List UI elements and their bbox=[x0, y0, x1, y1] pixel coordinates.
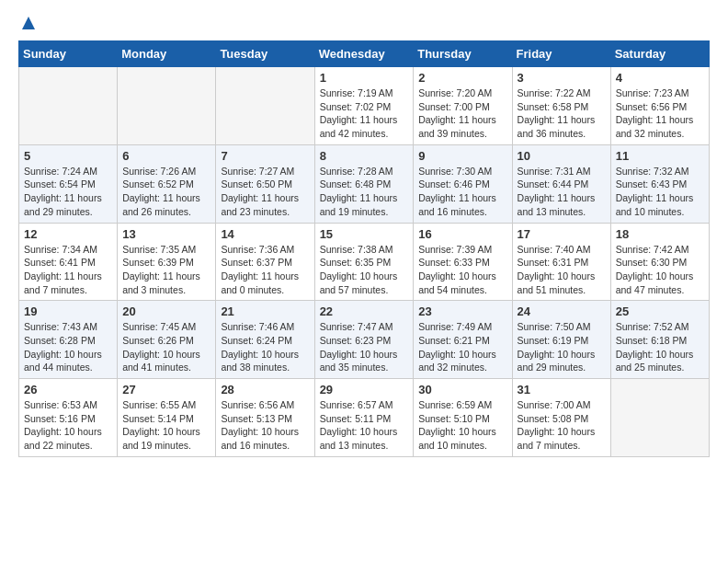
calendar-cell: 17Sunrise: 7:40 AMSunset: 6:31 PMDayligh… bbox=[512, 223, 610, 301]
day-info: Sunrise: 7:00 AMSunset: 5:08 PMDaylight:… bbox=[518, 398, 606, 453]
day-info: Sunrise: 7:50 AMSunset: 6:19 PMDaylight:… bbox=[518, 320, 606, 374]
day-number: 15 bbox=[320, 227, 409, 241]
day-info: Sunrise: 7:40 AMSunset: 6:31 PMDaylight:… bbox=[518, 243, 606, 297]
calendar-cell: 8Sunrise: 7:28 AMSunset: 6:48 PMDaylight… bbox=[314, 144, 414, 223]
day-info: Sunrise: 7:36 AMSunset: 6:37 PMDaylight:… bbox=[221, 243, 309, 297]
day-info: Sunrise: 7:24 AMSunset: 6:54 PMDaylight:… bbox=[24, 165, 112, 219]
day-number: 30 bbox=[418, 383, 506, 396]
day-number: 6 bbox=[122, 149, 210, 163]
day-info: Sunrise: 7:45 AMSunset: 6:26 PMDaylight:… bbox=[122, 320, 210, 374]
calendar-cell: 28Sunrise: 6:56 AMSunset: 5:13 PMDayligh… bbox=[216, 379, 314, 457]
logo-triangle-icon bbox=[20, 15, 37, 31]
calendar-header-row: SundayMondayTuesdayWednesdayThursdayFrid… bbox=[19, 41, 710, 67]
calendar-cell: 27Sunrise: 6:55 AMSunset: 5:14 PMDayligh… bbox=[118, 379, 216, 457]
day-info: Sunrise: 6:57 AMSunset: 5:11 PMDaylight:… bbox=[320, 398, 409, 453]
day-info: Sunrise: 7:35 AMSunset: 6:39 PMDaylight:… bbox=[122, 243, 210, 297]
weekday-header-saturday: Saturday bbox=[610, 41, 709, 67]
day-number: 19 bbox=[24, 304, 112, 318]
calendar-cell: 6Sunrise: 7:26 AMSunset: 6:52 PMDaylight… bbox=[118, 144, 216, 223]
day-info: Sunrise: 6:55 AMSunset: 5:14 PMDaylight:… bbox=[122, 398, 210, 453]
weekday-header-sunday: Sunday bbox=[19, 41, 118, 67]
day-number: 2 bbox=[418, 71, 506, 85]
day-info: Sunrise: 7:20 AMSunset: 7:00 PMDaylight:… bbox=[418, 86, 506, 141]
day-number: 5 bbox=[24, 149, 112, 163]
calendar-cell: 19Sunrise: 7:43 AMSunset: 6:28 PMDayligh… bbox=[19, 301, 118, 379]
calendar-cell: 10Sunrise: 7:31 AMSunset: 6:44 PMDayligh… bbox=[512, 144, 610, 223]
day-number: 3 bbox=[518, 71, 606, 85]
calendar-cell: 16Sunrise: 7:39 AMSunset: 6:33 PMDayligh… bbox=[414, 223, 512, 301]
calendar-cell: 14Sunrise: 7:36 AMSunset: 6:37 PMDayligh… bbox=[216, 223, 314, 301]
calendar-cell: 20Sunrise: 7:45 AMSunset: 6:26 PMDayligh… bbox=[118, 301, 216, 379]
weekday-header-tuesday: Tuesday bbox=[216, 41, 314, 67]
day-number: 7 bbox=[221, 149, 309, 163]
day-info: Sunrise: 7:42 AMSunset: 6:30 PMDaylight:… bbox=[616, 243, 704, 297]
calendar-cell: 7Sunrise: 7:27 AMSunset: 6:50 PMDaylight… bbox=[216, 144, 314, 223]
day-number: 4 bbox=[616, 71, 704, 85]
calendar-cell: 9Sunrise: 7:30 AMSunset: 6:46 PMDaylight… bbox=[414, 144, 512, 223]
day-number: 28 bbox=[221, 383, 309, 396]
day-number: 12 bbox=[24, 227, 112, 241]
day-number: 1 bbox=[320, 71, 409, 85]
day-info: Sunrise: 7:49 AMSunset: 6:21 PMDaylight:… bbox=[418, 320, 506, 374]
page-header bbox=[18, 18, 710, 31]
weekday-header-monday: Monday bbox=[118, 41, 216, 67]
day-number: 21 bbox=[221, 304, 309, 318]
day-info: Sunrise: 6:56 AMSunset: 5:13 PMDaylight:… bbox=[221, 398, 309, 453]
calendar-cell: 18Sunrise: 7:42 AMSunset: 6:30 PMDayligh… bbox=[610, 223, 709, 301]
day-info: Sunrise: 7:52 AMSunset: 6:18 PMDaylight:… bbox=[616, 320, 704, 374]
calendar-week-row: 1Sunrise: 7:19 AMSunset: 7:02 PMDaylight… bbox=[19, 67, 710, 145]
day-info: Sunrise: 7:38 AMSunset: 6:35 PMDaylight:… bbox=[320, 243, 409, 297]
weekday-header-friday: Friday bbox=[512, 41, 610, 67]
calendar-cell: 4Sunrise: 7:23 AMSunset: 6:56 PMDaylight… bbox=[610, 67, 709, 145]
calendar-cell: 31Sunrise: 7:00 AMSunset: 5:08 PMDayligh… bbox=[512, 379, 610, 457]
calendar-cell: 12Sunrise: 7:34 AMSunset: 6:41 PMDayligh… bbox=[19, 223, 118, 301]
day-number: 13 bbox=[122, 227, 210, 241]
day-number: 31 bbox=[518, 383, 606, 396]
calendar-cell: 26Sunrise: 6:53 AMSunset: 5:16 PMDayligh… bbox=[19, 379, 118, 457]
day-info: Sunrise: 7:32 AMSunset: 6:43 PMDaylight:… bbox=[616, 165, 704, 219]
calendar-cell: 2Sunrise: 7:20 AMSunset: 7:00 PMDaylight… bbox=[414, 67, 512, 145]
day-info: Sunrise: 7:28 AMSunset: 6:48 PMDaylight:… bbox=[320, 165, 409, 219]
day-number: 18 bbox=[616, 227, 704, 241]
day-info: Sunrise: 6:59 AMSunset: 5:10 PMDaylight:… bbox=[418, 398, 506, 453]
day-number: 10 bbox=[518, 149, 606, 163]
calendar-cell: 11Sunrise: 7:32 AMSunset: 6:43 PMDayligh… bbox=[610, 144, 709, 223]
logo bbox=[18, 18, 37, 31]
calendar-cell: 24Sunrise: 7:50 AMSunset: 6:19 PMDayligh… bbox=[512, 301, 610, 379]
calendar-cell: 21Sunrise: 7:46 AMSunset: 6:24 PMDayligh… bbox=[216, 301, 314, 379]
calendar-week-row: 19Sunrise: 7:43 AMSunset: 6:28 PMDayligh… bbox=[19, 301, 710, 379]
calendar-table: SundayMondayTuesdayWednesdayThursdayFrid… bbox=[18, 40, 710, 457]
calendar-cell bbox=[216, 67, 314, 145]
calendar-week-row: 5Sunrise: 7:24 AMSunset: 6:54 PMDaylight… bbox=[19, 144, 710, 223]
day-number: 27 bbox=[122, 383, 210, 396]
day-info: Sunrise: 7:26 AMSunset: 6:52 PMDaylight:… bbox=[122, 165, 210, 219]
calendar-cell: 25Sunrise: 7:52 AMSunset: 6:18 PMDayligh… bbox=[610, 301, 709, 379]
weekday-header-wednesday: Wednesday bbox=[314, 41, 414, 67]
day-info: Sunrise: 7:34 AMSunset: 6:41 PMDaylight:… bbox=[24, 243, 112, 297]
day-number: 29 bbox=[320, 383, 409, 396]
calendar-cell: 13Sunrise: 7:35 AMSunset: 6:39 PMDayligh… bbox=[118, 223, 216, 301]
calendar-cell: 1Sunrise: 7:19 AMSunset: 7:02 PMDaylight… bbox=[314, 67, 414, 145]
day-info: Sunrise: 7:30 AMSunset: 6:46 PMDaylight:… bbox=[418, 165, 506, 219]
day-number: 8 bbox=[320, 149, 409, 163]
day-number: 16 bbox=[418, 227, 506, 241]
day-number: 14 bbox=[221, 227, 309, 241]
day-number: 9 bbox=[418, 149, 506, 163]
calendar-cell bbox=[19, 67, 118, 145]
day-number: 22 bbox=[320, 304, 409, 318]
calendar-cell bbox=[118, 67, 216, 145]
day-number: 25 bbox=[616, 304, 704, 318]
day-info: Sunrise: 7:31 AMSunset: 6:44 PMDaylight:… bbox=[518, 165, 606, 219]
day-number: 26 bbox=[24, 383, 112, 396]
calendar-cell: 15Sunrise: 7:38 AMSunset: 6:35 PMDayligh… bbox=[314, 223, 414, 301]
day-number: 20 bbox=[122, 304, 210, 318]
calendar-cell bbox=[610, 379, 709, 457]
calendar-cell: 22Sunrise: 7:47 AMSunset: 6:23 PMDayligh… bbox=[314, 301, 414, 379]
day-info: Sunrise: 7:39 AMSunset: 6:33 PMDaylight:… bbox=[418, 243, 506, 297]
weekday-header-thursday: Thursday bbox=[414, 41, 512, 67]
day-info: Sunrise: 7:47 AMSunset: 6:23 PMDaylight:… bbox=[320, 320, 409, 374]
day-info: Sunrise: 7:19 AMSunset: 7:02 PMDaylight:… bbox=[320, 86, 409, 141]
day-info: Sunrise: 7:46 AMSunset: 6:24 PMDaylight:… bbox=[221, 320, 309, 374]
calendar-week-row: 26Sunrise: 6:53 AMSunset: 5:16 PMDayligh… bbox=[19, 379, 710, 457]
calendar-week-row: 12Sunrise: 7:34 AMSunset: 6:41 PMDayligh… bbox=[19, 223, 710, 301]
